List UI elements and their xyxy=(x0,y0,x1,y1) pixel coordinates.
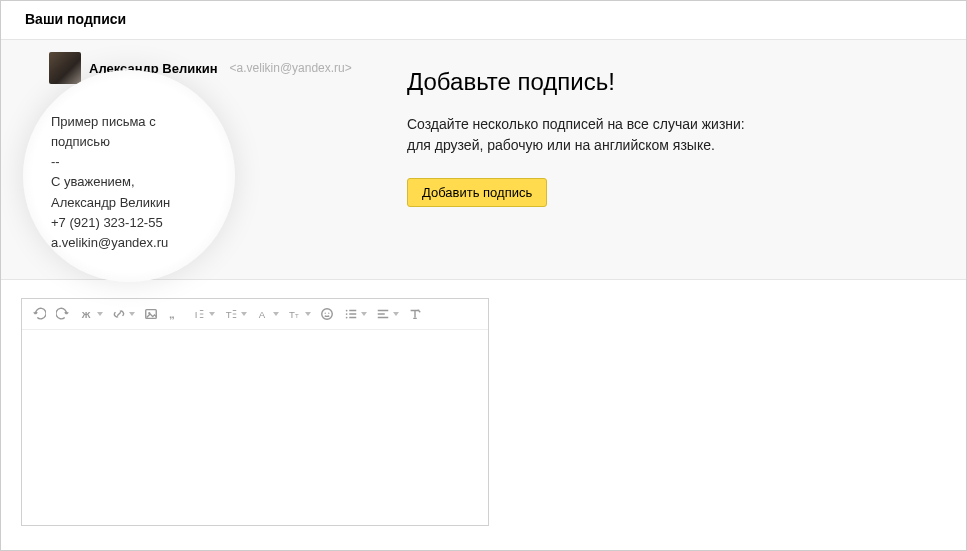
svg-point-14 xyxy=(346,317,348,319)
undo-icon[interactable] xyxy=(28,303,50,325)
sender-email: <a.velikin@yandex.ru> xyxy=(230,61,352,75)
align-icon[interactable] xyxy=(372,303,394,325)
svg-text:„: „ xyxy=(169,308,175,320)
signature-intro-panel: Александр Великин <a.velikin@yandex.ru> … xyxy=(1,40,966,280)
signature-preview: Александр Великин <a.velikin@yandex.ru> … xyxy=(1,40,361,279)
svg-point-10 xyxy=(325,312,326,313)
signature-line: a.velikin@yandex.ru xyxy=(51,233,207,253)
font-size-icon[interactable]: TT xyxy=(284,303,306,325)
editor-section: Ж „ I T A TT xyxy=(1,280,966,544)
svg-text:T: T xyxy=(289,309,295,320)
avatar xyxy=(49,52,81,84)
signature-line: С уважением, xyxy=(51,172,207,192)
image-icon[interactable] xyxy=(140,303,162,325)
svg-point-9 xyxy=(322,309,333,320)
signature-editor: Ж „ I T A TT xyxy=(21,298,489,526)
svg-point-12 xyxy=(346,310,348,312)
signature-separator: -- xyxy=(51,152,207,172)
svg-point-11 xyxy=(328,312,329,313)
editor-textarea[interactable] xyxy=(22,330,488,525)
list-icon[interactable] xyxy=(340,303,362,325)
svg-text:I: I xyxy=(195,309,198,320)
svg-text:Ж: Ж xyxy=(81,309,91,320)
font-color-icon[interactable]: A xyxy=(252,303,274,325)
line-height-icon[interactable]: I xyxy=(188,303,210,325)
quote-icon[interactable]: „ xyxy=(164,303,186,325)
link-icon[interactable] xyxy=(108,303,130,325)
intro-title: Добавьте подпись! xyxy=(407,68,946,96)
clear-format-icon[interactable] xyxy=(404,303,426,325)
magnifier-preview: Пример письма с подписью -- С уважением,… xyxy=(23,70,235,282)
section-title: Ваши подписи xyxy=(25,11,126,27)
editor-toolbar: Ж „ I T A TT xyxy=(22,299,488,330)
svg-point-13 xyxy=(346,313,348,315)
intro-area: Добавьте подпись! Создайте несколько под… xyxy=(361,40,966,279)
bold-icon[interactable]: Ж xyxy=(76,303,98,325)
paragraph-icon[interactable]: T xyxy=(220,303,242,325)
add-signature-button[interactable]: Добавить подпись xyxy=(407,178,547,207)
sample-intro-text: Пример письма с подписью xyxy=(51,112,207,152)
svg-text:A: A xyxy=(259,309,266,320)
section-header: Ваши подписи xyxy=(1,1,966,40)
signature-line: Александр Великин xyxy=(51,193,207,213)
redo-icon[interactable] xyxy=(52,303,74,325)
signature-line: +7 (921) 323-12-55 xyxy=(51,213,207,233)
emoji-icon[interactable] xyxy=(316,303,338,325)
intro-text: Создайте несколько подписей на все случа… xyxy=(407,114,946,156)
svg-text:T: T xyxy=(295,312,299,319)
svg-text:T: T xyxy=(226,309,232,320)
